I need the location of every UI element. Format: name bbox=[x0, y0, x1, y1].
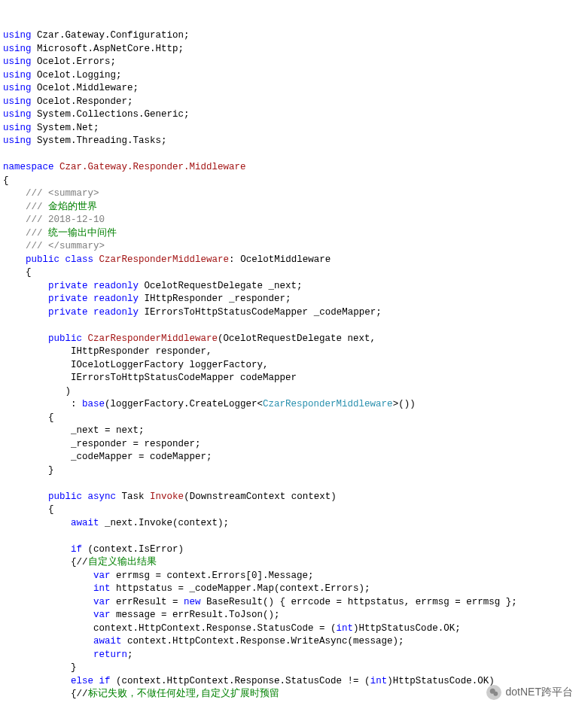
summary-open: /// <summary> bbox=[26, 188, 99, 199]
watermark: dotNET跨平台 bbox=[486, 685, 573, 700]
kw-using: using bbox=[3, 30, 32, 41]
namespace-name: Czar.Gateway.Responder.Middleware bbox=[59, 162, 246, 172]
summary-close: /// </summary> bbox=[26, 241, 105, 251]
svg-point-1 bbox=[493, 692, 498, 696]
base-class: OcelotMiddleware bbox=[240, 254, 331, 265]
wechat-icon bbox=[486, 685, 501, 700]
kw-namespace: namespace bbox=[3, 162, 54, 172]
watermark-text: dotNET跨平台 bbox=[506, 685, 573, 700]
method-invoke: Invoke bbox=[150, 491, 184, 502]
ctor-name: CzarResponderMiddleware bbox=[88, 333, 218, 344]
code-block: using Czar.Gateway.Configuration; using … bbox=[3, 29, 585, 715]
class-name: CzarResponderMiddleware bbox=[99, 254, 230, 265]
